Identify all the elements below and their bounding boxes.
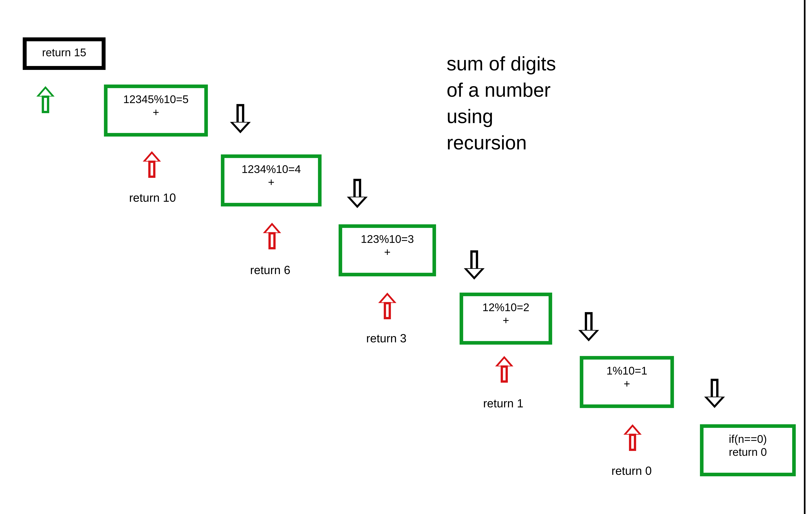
step-box: 123%10=3 +	[339, 224, 436, 276]
step-expr: 123%10=3	[348, 233, 427, 245]
arrow-up-icon	[623, 424, 642, 454]
arrow-up-icon	[262, 223, 282, 252]
title-line: using	[446, 103, 556, 129]
diagram-canvas: sum of digits of a number using recursio…	[0, 0, 812, 514]
page-edge-line	[804, 0, 806, 514]
step-expr: 12%10=2	[469, 301, 543, 314]
return-label: return 1	[483, 397, 523, 410]
return-label: return 10	[129, 191, 176, 204]
title-line: recursion	[446, 129, 556, 156]
step-box: 1234%10=4 +	[221, 155, 322, 207]
base-line: return 0	[709, 445, 786, 458]
arrow-down-icon	[463, 250, 486, 283]
step-expr: 1234%10=4	[230, 163, 312, 175]
step-plus: +	[348, 245, 427, 259]
step-box: 12%10=2 +	[460, 293, 552, 345]
step-plus: +	[589, 377, 665, 390]
step-box: 12345%10=5 +	[104, 84, 208, 137]
diagram-title: sum of digits of a number using recursio…	[446, 50, 556, 156]
arrow-down-icon	[229, 104, 252, 137]
return-label: return 3	[366, 332, 406, 345]
result-box: return 15	[23, 37, 106, 70]
arrow-up-icon	[142, 151, 162, 181]
step-box: 1%10=1 +	[580, 356, 674, 408]
base-line: if(n==0)	[709, 432, 786, 445]
base-case-box: if(n==0) return 0	[700, 424, 796, 476]
arrow-down-icon	[577, 312, 600, 345]
return-label: return 6	[250, 263, 290, 277]
step-plus: +	[469, 314, 543, 327]
title-line: sum of digits	[446, 50, 556, 77]
return-label: return 0	[611, 464, 652, 478]
step-plus: +	[113, 106, 199, 119]
arrow-up-icon	[494, 356, 514, 385]
arrow-down-icon	[346, 179, 369, 211]
step-expr: 12345%10=5	[113, 93, 199, 106]
arrow-up-icon	[35, 86, 56, 115]
arrow-up-icon	[378, 293, 397, 322]
result-text: return 15	[42, 46, 86, 58]
step-plus: +	[230, 175, 312, 189]
title-line: of a number	[446, 77, 556, 103]
arrow-down-icon	[703, 379, 726, 411]
step-expr: 1%10=1	[589, 364, 665, 377]
